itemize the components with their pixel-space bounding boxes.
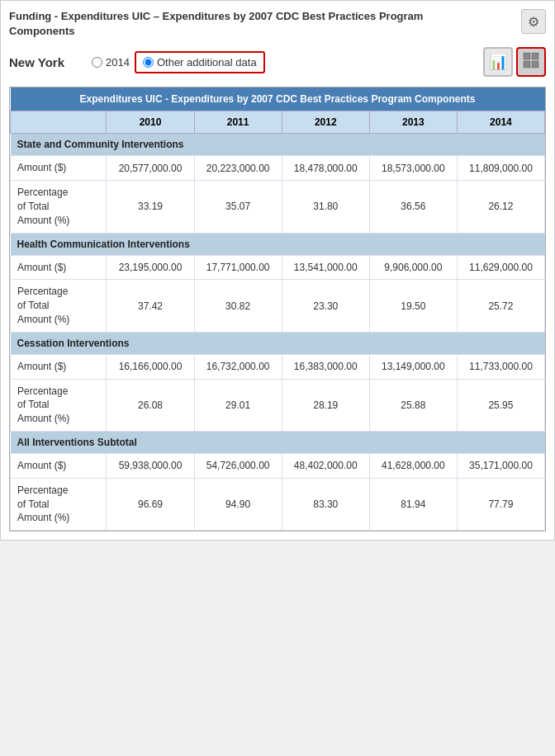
data-cell: 18,573,000.00 — [369, 156, 457, 181]
location-label: New York — [9, 55, 75, 69]
section-header-row: All Interventions Subtotal — [11, 431, 545, 453]
data-cell: 94.90 — [194, 478, 282, 530]
data-cell: 18,478,000.00 — [282, 156, 369, 181]
data-cell: 23.30 — [282, 280, 369, 332]
section-header-3: All Interventions Subtotal — [11, 431, 545, 453]
data-table: Expenditures UIC - Expenditures by 2007 … — [10, 87, 545, 531]
section-header-0: State and Community Interventions — [11, 134, 545, 156]
data-cell: 13,149,000.00 — [369, 354, 457, 379]
data-cell: 25.95 — [457, 379, 544, 431]
row-label: Amount ($) — [11, 354, 107, 379]
section-header-row: State and Community Interventions — [11, 134, 545, 156]
data-cell: 36.56 — [369, 181, 457, 233]
row-label: Percentage of Total Amount (%) — [11, 280, 107, 332]
table-row: Amount ($)20,577,000.0020,223,000.0018,4… — [11, 156, 545, 181]
data-cell: 26.12 — [457, 181, 544, 233]
data-cell: 48,402,000.00 — [282, 453, 369, 478]
data-cell: 77.79 — [457, 478, 544, 530]
col-header-2013: 2013 — [369, 111, 457, 134]
svg-rect-2 — [524, 61, 530, 68]
page-title: Funding - Expenditures UIC – Expenditure… — [9, 9, 488, 39]
data-cell: 20,577,000.00 — [107, 156, 194, 181]
section-header-row: Health Communication Interventions — [11, 233, 545, 255]
table-row: Percentage of Total Amount (%)37.4230.82… — [11, 280, 545, 332]
data-cell: 11,809,000.00 — [457, 156, 544, 181]
col-header-2012: 2012 — [282, 111, 369, 134]
data-cell: 11,733,000.00 — [457, 354, 544, 379]
radio-other-option[interactable]: Other additional data — [143, 56, 257, 69]
data-cell: 16,383,000.00 — [282, 354, 369, 379]
data-cell: 33.19 — [107, 181, 194, 233]
main-container: Funding - Expenditures UIC – Expenditure… — [0, 0, 555, 541]
svg-rect-0 — [524, 53, 530, 59]
row-label: Amount ($) — [11, 156, 107, 181]
table-row: Percentage of Total Amount (%)33.1935.07… — [11, 181, 545, 233]
table-row: Percentage of Total Amount (%)96.6994.90… — [11, 478, 545, 530]
data-cell: 25.72 — [457, 280, 544, 332]
data-cell: 26.08 — [107, 379, 194, 431]
data-cell: 16,166,000.00 — [107, 354, 194, 379]
section-header-1: Health Communication Interventions — [11, 233, 545, 255]
chart-view-button[interactable]: 📊 — [483, 47, 513, 77]
row-label: Amount ($) — [11, 453, 107, 478]
table-row: Amount ($)23,195,000.0017,771,000.0013,5… — [11, 255, 545, 280]
data-cell: 30.82 — [194, 280, 282, 332]
col-header-2011: 2011 — [194, 111, 282, 134]
data-cell: 13,541,000.00 — [282, 255, 369, 280]
table-title: Expenditures UIC - Expenditures by 2007 … — [11, 87, 545, 111]
radio-group: 2014 Other additional data — [92, 51, 265, 73]
row-label: Percentage of Total Amount (%) — [11, 478, 107, 530]
data-cell: 35.07 — [194, 181, 282, 233]
data-cell: 16,732,000.00 — [194, 354, 282, 379]
row-label: Amount ($) — [11, 255, 107, 280]
data-cell: 25.88 — [369, 379, 457, 431]
data-cell: 35,171,000.00 — [457, 453, 544, 478]
header-row: Funding - Expenditures UIC – Expenditure… — [9, 9, 546, 39]
data-cell: 11,629,000.00 — [457, 255, 544, 280]
data-cell: 83.30 — [282, 478, 369, 530]
data-cell: 28.19 — [282, 379, 369, 431]
table-row: Percentage of Total Amount (%)26.0829.01… — [11, 379, 545, 431]
controls-row: New York 2014 Other additional data 📊 — [9, 47, 546, 77]
table-icon — [523, 52, 539, 73]
radio-2014-label: 2014 — [106, 56, 130, 69]
svg-rect-1 — [532, 53, 538, 59]
data-cell: 29.01 — [194, 379, 282, 431]
data-cell: 96.69 — [107, 478, 194, 530]
data-cell: 9,906,000.00 — [369, 255, 457, 280]
svg-rect-3 — [532, 61, 538, 68]
data-cell: 37.42 — [107, 280, 194, 332]
col-header-2014: 2014 — [457, 111, 544, 134]
data-cell: 41,628,000.00 — [369, 453, 457, 478]
view-buttons: 📊 — [483, 47, 546, 77]
data-cell: 23,195,000.00 — [107, 255, 194, 280]
section-header-2: Cessation Interventions — [11, 332, 545, 354]
data-cell: 19.50 — [369, 280, 457, 332]
column-header-row: 2010 2011 2012 2013 2014 — [11, 111, 545, 134]
data-table-wrapper: Expenditures UIC - Expenditures by 2007 … — [9, 87, 546, 532]
data-cell: 59,938,000.00 — [107, 453, 194, 478]
radio-other-label: Other additional data — [157, 56, 257, 69]
table-row: Amount ($)59,938,000.0054,726,000.0048,4… — [11, 453, 545, 478]
data-cell: 54,726,000.00 — [194, 453, 282, 478]
chart-icon: 📊 — [489, 53, 507, 71]
table-row: Amount ($)16,166,000.0016,732,000.0016,3… — [11, 354, 545, 379]
radio-other-highlighted: Other additional data — [135, 51, 265, 73]
col-header-2010: 2010 — [107, 111, 194, 134]
gear-button[interactable]: ⚙ — [521, 9, 546, 34]
row-label: Percentage of Total Amount (%) — [11, 379, 107, 431]
data-cell: 17,771,000.00 — [194, 255, 282, 280]
radio-2014[interactable] — [92, 57, 102, 68]
data-cell: 81.94 — [369, 478, 457, 530]
row-label: Percentage of Total Amount (%) — [11, 181, 107, 233]
radio-other[interactable] — [143, 57, 154, 68]
table-view-button[interactable] — [516, 47, 546, 77]
section-header-row: Cessation Interventions — [11, 332, 545, 354]
radio-2014-option[interactable]: 2014 — [92, 56, 130, 69]
data-cell: 20,223,000.00 — [194, 156, 282, 181]
data-cell: 31.80 — [282, 181, 369, 233]
